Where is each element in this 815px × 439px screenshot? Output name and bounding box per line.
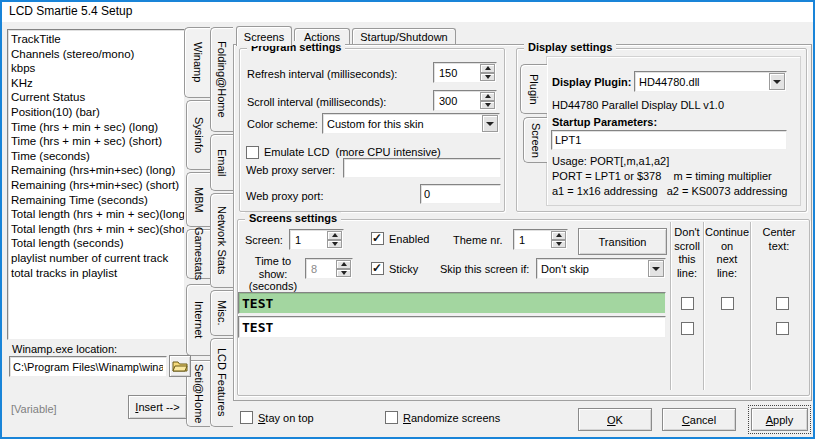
screen-number-spinner[interactable]: 1	[289, 229, 344, 250]
display-settings-title: Display settings	[524, 41, 616, 53]
usage-line-1: Usage: PORT[,m,a1,a2]	[552, 155, 669, 167]
emulate-lcd-checkbox[interactable]	[246, 146, 259, 159]
transition-button[interactable]: Transition	[578, 228, 667, 255]
tab-lcd-features[interactable]: LCD Features	[210, 338, 233, 427]
winamp-location-input[interactable]	[9, 356, 167, 377]
theme-nr-value: 1	[515, 231, 550, 248]
winamp-location-label: Winamp.exe location:	[12, 343, 117, 355]
spin-down-icon[interactable]	[327, 240, 342, 249]
chevron-down-icon[interactable]	[482, 115, 498, 132]
variable-list-item[interactable]: playlist number of current track	[8, 251, 184, 266]
spin-up-icon[interactable]	[551, 231, 566, 240]
variable-list-item[interactable]: Total length (hrs + min + sec)(short)	[8, 222, 184, 237]
variable-list-item[interactable]: TrackTitle	[8, 32, 184, 47]
variable-list-item[interactable]: Remaining (hrs+min+sec) (short)	[8, 178, 184, 193]
web-proxy-server-input[interactable]	[343, 158, 501, 178]
tab-folding-home[interactable]: Folding@Home	[210, 27, 233, 132]
startup-parameters-input[interactable]	[551, 130, 787, 150]
center-text-line1-checkbox[interactable]	[776, 297, 789, 310]
tab-winamp[interactable]: Winamp	[184, 27, 210, 98]
variable-list-item[interactable]: Remaining (hrs+min+sec) (long)	[8, 163, 184, 178]
spin-down-icon[interactable]	[336, 269, 351, 278]
randomize-screens-label: Randomize screens	[403, 412, 500, 424]
ok-button[interactable]: OK	[578, 408, 652, 431]
tab-startup-shutdown[interactable]: Startup/Shutdown	[352, 28, 456, 45]
center-text-column-header: Center text:	[751, 226, 807, 253]
theme-nr-spinner[interactable]: 1	[513, 229, 568, 250]
lcd-smartie-setup-window: LCD Smartie 5.4 Setup TrackTitleChannels…	[0, 0, 815, 439]
spin-down-icon[interactable]	[480, 73, 495, 82]
tab-plugin[interactable]: Plugin	[520, 64, 547, 114]
plugin-description: HD44780 Parallel Display DLL v1.0	[552, 99, 724, 111]
dont-scroll-line1-checkbox[interactable]	[681, 297, 694, 310]
cancel-button[interactable]: Cancel	[662, 408, 736, 431]
tab-network-stats[interactable]: Network Stats	[210, 193, 233, 288]
variable-list-item[interactable]: Remaining Time (seconds)	[8, 193, 184, 208]
spin-down-icon[interactable]	[480, 101, 495, 110]
insert-button-label: Insert -->	[135, 401, 179, 413]
center-text-line2-checkbox[interactable]	[776, 322, 789, 335]
variable-list-item[interactable]: Total length (hrs + min + sec)(long)	[8, 207, 184, 222]
tab-screen[interactable]: Screen	[523, 117, 547, 163]
variable-list-item[interactable]: Time (seconds)	[8, 149, 184, 164]
screen-label: Screen:	[245, 234, 283, 246]
screen-number-value: 1	[291, 231, 326, 248]
apply-button-label: Apply	[766, 414, 794, 426]
variable-list-item[interactable]: Time (hrs + min + sec) (short)	[8, 134, 184, 149]
spin-up-icon[interactable]	[480, 92, 495, 101]
sticky-checkbox[interactable]	[371, 262, 384, 275]
enabled-checkbox[interactable]	[371, 232, 384, 245]
insert-button[interactable]: Insert -->	[128, 395, 187, 419]
transition-button-label: Transition	[599, 236, 647, 248]
variable-list-item[interactable]: Time (hrs + min + sec) (long)	[8, 120, 184, 135]
tab-internet[interactable]: Internet	[186, 284, 210, 356]
scroll-interval-label: Scroll interval (milliseconds):	[247, 96, 386, 108]
ok-button-label: OK	[607, 414, 623, 426]
apply-button[interactable]: Apply	[751, 408, 808, 431]
color-scheme-dropdown[interactable]: Custom for this skin	[322, 113, 500, 134]
variable-list-item[interactable]: Current Status	[8, 90, 184, 105]
spin-down-icon[interactable]	[551, 240, 566, 249]
scroll-interval-spinner[interactable]: 300	[433, 90, 497, 111]
variable-listbox[interactable]: TrackTitleChannels (stereo/mono)kbpsKHzC…	[7, 29, 185, 340]
variable-list-item[interactable]: Total length (seconds)	[8, 236, 184, 251]
tab-screens[interactable]: Screens	[236, 26, 292, 46]
usage-line-3: a1 = 1x16 addressing a2 = KS0073 address…	[552, 185, 787, 197]
stay-on-top-checkbox[interactable]	[240, 411, 253, 424]
time-to-show-spinner[interactable]: 8	[305, 258, 353, 279]
screen-line-1-input[interactable]	[238, 292, 666, 314]
web-proxy-server-label: Web proxy server:	[246, 164, 335, 176]
web-proxy-port-label: Web proxy port:	[246, 190, 323, 202]
variable-list-item[interactable]: total tracks in playlist	[8, 266, 184, 281]
color-scheme-label: Color scheme:	[247, 118, 318, 130]
skip-screen-dropdown[interactable]: Don't skip	[536, 258, 666, 279]
tab-email[interactable]: Email	[210, 134, 233, 191]
tab-misc[interactable]: Misc.	[210, 290, 233, 336]
display-plugin-dropdown[interactable]: HD44780.dll	[634, 71, 787, 92]
screen-line-2-input[interactable]	[238, 316, 666, 338]
refresh-interval-spinner[interactable]: 150	[433, 62, 497, 83]
variable-list-item[interactable]: kbps	[8, 61, 184, 76]
refresh-interval-value: 150	[435, 64, 479, 81]
cancel-button-label: Cancel	[682, 414, 716, 426]
variable-list-item[interactable]: Channels (stereo/mono)	[8, 47, 184, 62]
tab-sysinfo[interactable]: Sysinfo	[186, 100, 210, 170]
continue-line1-checkbox[interactable]	[721, 297, 734, 310]
spin-up-icon[interactable]	[480, 64, 495, 73]
tab-gamestats[interactable]: Gamestats	[186, 229, 210, 279]
display-plugin-value: HD44780.dll	[635, 72, 786, 91]
spin-up-icon[interactable]	[327, 231, 342, 240]
dont-scroll-line2-checkbox[interactable]	[681, 322, 694, 335]
title-bar[interactable]: LCD Smartie 5.4 Setup	[0, 0, 815, 22]
web-proxy-port-input[interactable]	[420, 184, 501, 204]
screens-settings-title: Screens settings	[245, 212, 341, 224]
spin-up-icon[interactable]	[336, 260, 351, 269]
chevron-down-icon[interactable]	[648, 260, 664, 277]
variable-list-item[interactable]: Position(10) (bar)	[8, 105, 184, 120]
variable-list-item[interactable]: KHz	[8, 76, 184, 91]
startup-parameters-label: Startup Parameters:	[552, 116, 657, 128]
browse-folder-button[interactable]	[169, 355, 191, 377]
tab-mbm[interactable]: MBM	[186, 172, 210, 227]
chevron-down-icon[interactable]	[769, 73, 785, 90]
randomize-screens-checkbox[interactable]	[385, 411, 398, 424]
